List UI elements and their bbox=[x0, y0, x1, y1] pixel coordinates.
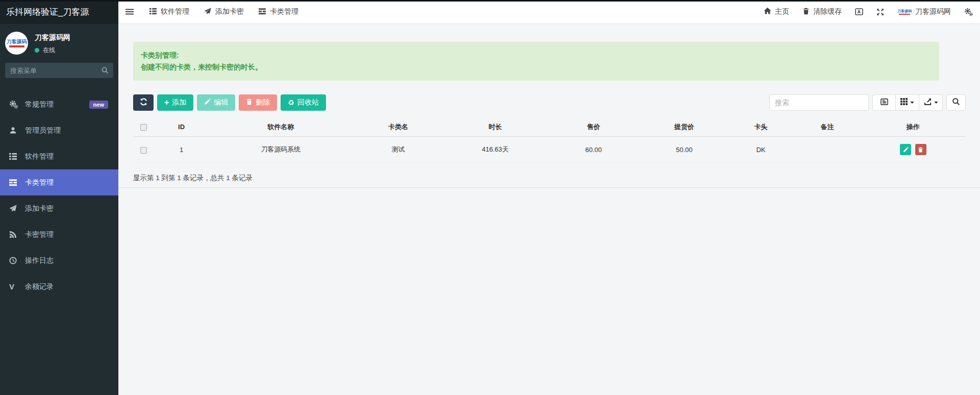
navbar-tab-label: 添加卡密 bbox=[215, 7, 244, 16]
column-header-duration: 时长 bbox=[444, 118, 546, 136]
edit-button[interactable]: 编辑 bbox=[197, 94, 235, 111]
info-alert: 卡类别管理: 创建不同的卡类，来控制卡密的时长。 bbox=[133, 42, 939, 81]
search-icon bbox=[952, 97, 960, 108]
sidebar-item-general-management[interactable]: 常规管理 new bbox=[0, 91, 118, 117]
column-header-price: 售价 bbox=[546, 118, 641, 136]
sidebar-item-label: 软件管理 bbox=[25, 152, 54, 161]
row-edit-button[interactable] bbox=[900, 144, 911, 155]
th-list-icon bbox=[9, 153, 21, 160]
cell-software-name: 刀客源码系统 bbox=[209, 136, 352, 163]
data-table: ID 软件名称 卡类名 时长 售价 提货价 卡头 备注 操作 bbox=[133, 118, 966, 188]
columns-grid-icon bbox=[900, 98, 908, 107]
paper-plane-icon bbox=[204, 8, 211, 16]
sidebar-item-label: 添加卡密 bbox=[25, 204, 54, 213]
fullscreen-icon[interactable] bbox=[876, 8, 884, 16]
user-info: 刀客源码网 在线 bbox=[35, 32, 70, 55]
plus-icon: + bbox=[164, 98, 169, 107]
delete-button-label: 删除 bbox=[256, 98, 270, 107]
sidebar-item-label: 常规管理 bbox=[25, 100, 54, 109]
add-button[interactable]: + 添加 bbox=[157, 94, 193, 111]
sidebar: 乐抖网络验证_刀客源 刀客源码 刀客源码网 在线 bbox=[0, 0, 118, 395]
sidebar-item-card-type-management[interactable]: 卡类管理 bbox=[0, 169, 118, 195]
table-search-button[interactable] bbox=[946, 94, 966, 111]
navbar-brand-label: 刀客源码网 bbox=[915, 7, 951, 16]
navbar-tab-label: 软件管理 bbox=[161, 7, 189, 16]
avatar-logo-text: 刀客源码 bbox=[7, 39, 27, 44]
export-icon bbox=[924, 98, 932, 108]
avatar-logo-underline bbox=[9, 45, 24, 47]
cell-actions bbox=[861, 136, 966, 163]
recycle-bin-button[interactable]: ♻ 回收站 bbox=[281, 94, 326, 111]
alert-title: 卡类别管理: bbox=[141, 50, 932, 61]
main-area: 软件管理 添加卡密 卡类管理 主页 bbox=[118, 0, 980, 395]
settings-gears-icon[interactable] bbox=[964, 8, 973, 16]
navbar-tab-label: 卡类管理 bbox=[270, 7, 298, 16]
navbar-tab-add-card-key[interactable]: 添加卡密 bbox=[204, 7, 244, 16]
table-row: 1 刀客源码系统 测试 416.63天 60.00 50.00 DK bbox=[133, 136, 966, 163]
online-dot-icon bbox=[35, 48, 39, 53]
sidebar-item-label: 管理员管理 bbox=[25, 126, 61, 135]
home-icon bbox=[764, 7, 771, 16]
sidebar-item-software-management[interactable]: 软件管理 bbox=[0, 143, 118, 169]
column-header-remark: 备注 bbox=[794, 118, 861, 136]
home-label: 主页 bbox=[775, 7, 789, 16]
add-button-label: 添加 bbox=[172, 98, 186, 107]
sidebar-item-balance-record[interactable]: V 余额记录 bbox=[0, 274, 118, 300]
avatar: 刀客源码 bbox=[5, 32, 28, 55]
content-divider bbox=[118, 187, 980, 188]
navbar-brand-logo: 刀客源码 bbox=[897, 9, 912, 15]
select-all-checkbox[interactable] bbox=[140, 124, 147, 131]
toggle-detail-view-button[interactable] bbox=[872, 94, 896, 111]
sidebar-item-label: 余额记录 bbox=[25, 282, 54, 291]
sidebar-item-admin-management[interactable]: 管理员管理 bbox=[0, 117, 118, 143]
sidebar-item-card-key-management[interactable]: 卡密管理 bbox=[0, 221, 118, 248]
export-dropdown-button[interactable] bbox=[919, 94, 943, 111]
clear-cache-link[interactable]: 清除缓存 bbox=[802, 7, 842, 16]
table-search-input[interactable] bbox=[769, 94, 869, 111]
content-area: 卡类别管理: 创建不同的卡类，来控制卡密的时长。 + 添加 编辑 bbox=[118, 24, 980, 395]
new-badge: new bbox=[89, 101, 108, 109]
column-header-card-prefix: 卡头 bbox=[727, 118, 794, 136]
card-list-icon bbox=[259, 8, 266, 16]
navbar-tab-card-type-management[interactable]: 卡类管理 bbox=[259, 7, 298, 16]
language-icon[interactable] bbox=[855, 8, 863, 16]
refresh-icon bbox=[140, 98, 147, 107]
column-header-software-name: 软件名称 bbox=[209, 118, 352, 136]
row-checkbox[interactable] bbox=[140, 147, 147, 154]
navbar-tab-software-management[interactable]: 软件管理 bbox=[149, 7, 189, 16]
trash-icon bbox=[802, 8, 810, 16]
th-list-icon bbox=[149, 8, 157, 16]
navbar-right: 主页 清除缓存 刀客源码 bbox=[764, 7, 973, 16]
window-top-edge bbox=[0, 0, 980, 2]
refresh-button[interactable] bbox=[133, 94, 154, 111]
cell-price: 60.00 bbox=[546, 136, 641, 163]
sidebar-search-input[interactable] bbox=[5, 63, 113, 78]
cell-pickup-price: 50.00 bbox=[641, 136, 727, 163]
cell-duration: 416.63天 bbox=[444, 136, 546, 163]
table-header-row: ID 软件名称 卡类名 时长 售价 提货价 卡头 备注 操作 bbox=[133, 118, 966, 136]
app-root: 乐抖网络验证_刀客源 刀客源码 刀客源码网 在线 bbox=[0, 0, 980, 395]
table-view-button-group bbox=[872, 94, 943, 111]
columns-dropdown-button[interactable] bbox=[896, 94, 919, 111]
sidebar-item-add-card-key[interactable]: 添加卡密 bbox=[0, 195, 118, 221]
sidebar-brand-title: 乐抖网络验证_刀客源 bbox=[0, 0, 118, 24]
pagination-summary: 显示第 1 到第 1 条记录，总共 1 条记录 bbox=[133, 174, 966, 183]
table-toolbar: + 添加 编辑 删除 ♻ 回收站 bbox=[133, 94, 966, 111]
sidebar-search bbox=[5, 63, 113, 78]
home-link[interactable]: 主页 bbox=[764, 7, 789, 16]
gears-icon bbox=[9, 100, 21, 109]
navbar-brand-logo-text: 刀客源码 bbox=[897, 9, 912, 13]
cell-card-type: 测试 bbox=[353, 136, 444, 163]
row-delete-button[interactable] bbox=[915, 144, 926, 155]
vimeo-v-icon: V bbox=[9, 283, 21, 290]
column-header-actions: 操作 bbox=[861, 118, 966, 136]
cell-remark bbox=[794, 136, 861, 163]
user-icon bbox=[9, 127, 21, 134]
delete-button[interactable]: 删除 bbox=[239, 94, 277, 111]
clear-cache-label: 清除缓存 bbox=[813, 7, 842, 16]
toolbar-right bbox=[769, 94, 966, 111]
navbar-brand-link[interactable]: 刀客源码 刀客源码网 bbox=[897, 7, 951, 16]
hamburger-menu-icon[interactable] bbox=[125, 8, 134, 16]
search-icon[interactable] bbox=[101, 66, 109, 76]
sidebar-item-operation-log[interactable]: 操作日志 bbox=[0, 248, 118, 274]
